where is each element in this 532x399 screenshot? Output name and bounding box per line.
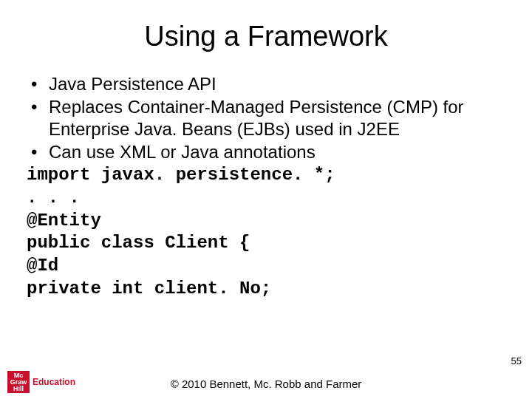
slide-title: Using a Framework (27, 21, 505, 52)
slide: Using a Framework Java Persistence API R… (0, 0, 532, 399)
page-number: 55 (511, 355, 522, 366)
logo-line: Hill (13, 386, 24, 392)
publisher-brand-text: Education (33, 377, 75, 387)
code-block: import javax. persistence. *; . . . @Ent… (27, 164, 505, 300)
mcgraw-hill-badge-icon: Mc Graw Hill (7, 371, 30, 393)
slide-content: Java Persistence API Replaces Container-… (27, 73, 505, 300)
copyright-footer: © 2010 Bennett, Mc. Robb and Farmer (0, 378, 532, 390)
publisher-logo: Mc Graw Hill Education (7, 371, 75, 393)
list-item: Replaces Container-Managed Persistence (… (27, 96, 505, 140)
list-item: Can use XML or Java annotations (27, 141, 505, 163)
list-item: Java Persistence API (27, 73, 505, 95)
bullet-list: Java Persistence API Replaces Container-… (27, 73, 505, 163)
